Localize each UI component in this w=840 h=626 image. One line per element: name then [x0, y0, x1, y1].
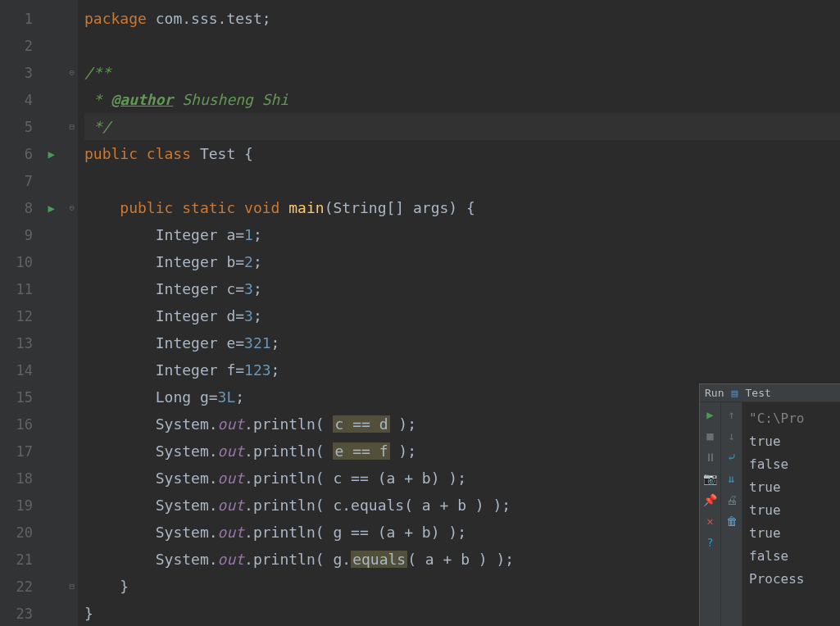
rerun-icon[interactable]: ▶ — [703, 407, 718, 422]
scroll-icon[interactable]: ⇊ — [724, 471, 739, 486]
line-number: 8▶⊖ — [0, 194, 78, 221]
line-number: 6▶ — [0, 140, 78, 167]
output-line: false — [749, 545, 833, 568]
code-line[interactable]: Integer e=321; — [84, 329, 840, 356]
code-line[interactable]: Integer c=3; — [84, 275, 840, 302]
line-number: 17 — [0, 438, 78, 465]
line-number: 14 — [0, 356, 78, 383]
line-number: 7 — [0, 167, 78, 194]
code-line[interactable]: public class Test { — [84, 140, 840, 167]
line-number: 23 — [0, 600, 78, 626]
run-icon[interactable]: ▶ — [48, 147, 55, 161]
console-output[interactable]: "C:\Pro true false true true true false … — [742, 402, 840, 626]
code-line[interactable]: Integer f=123; — [84, 356, 840, 383]
run-header: Run ▤ Test — [700, 384, 840, 402]
line-number: 13 — [0, 329, 78, 356]
line-gutter: 1 2 3⊖ 4 5⊟ 6▶ 7 8▶⊖ 9 10 11 12 13 14 15… — [0, 0, 78, 626]
run-icon[interactable]: ▶ — [48, 202, 55, 215]
line-number: 3⊖ — [0, 59, 78, 86]
stop-icon[interactable]: ■ — [703, 429, 718, 443]
line-number: 20 — [0, 519, 78, 546]
dump-icon[interactable]: 📷 — [703, 471, 718, 486]
line-number: 2 — [0, 32, 78, 59]
run-config-name: Test — [745, 387, 770, 399]
line-number: 4 — [0, 86, 78, 113]
output-line: true — [749, 499, 833, 522]
code-line[interactable]: /** — [84, 59, 840, 86]
wrap-icon[interactable]: ⤶ — [724, 450, 739, 465]
run-toolbar-left: ▶ ■ ⏸ 📷 📌 ✕ ? — [700, 402, 721, 626]
output-line: "C:\Pro — [749, 407, 833, 430]
fold-icon[interactable]: ⊟ — [69, 121, 75, 132]
line-number: 5⊟ — [0, 113, 78, 140]
run-label: Run — [705, 387, 724, 399]
line-number: 15 — [0, 383, 78, 411]
pause-icon[interactable]: ⏸ — [703, 450, 718, 465]
output-line: true — [749, 430, 833, 453]
down-icon[interactable]: ↓ — [724, 429, 739, 443]
pin-icon[interactable]: 📌 — [703, 492, 718, 507]
code-line[interactable]: package com.sss.test; — [84, 5, 840, 32]
run-body: ▶ ■ ⏸ 📷 📌 ✕ ? ↑ ↓ ⤶ ⇊ 🖨 🗑 "C:\Pro true f… — [700, 402, 840, 626]
line-number: 1 — [0, 5, 78, 32]
app-icon: ▤ — [729, 388, 740, 398]
code-line[interactable]: */ — [84, 113, 840, 140]
output-line: Process — [749, 568, 833, 591]
output-line: false — [749, 453, 833, 476]
print-icon[interactable]: 🖨 — [724, 492, 739, 507]
run-tool-window: Run ▤ Test ▶ ■ ⏸ 📷 📌 ✕ ? ↑ ↓ ⤶ ⇊ 🖨 🗑 "C:… — [699, 383, 840, 626]
up-icon[interactable]: ↑ — [724, 407, 739, 422]
line-number: 18 — [0, 465, 78, 492]
code-line[interactable]: Integer d=3; — [84, 302, 840, 329]
line-number: 21 — [0, 546, 78, 573]
code-line[interactable]: Integer b=2; — [84, 248, 840, 275]
code-line[interactable]: public static void main(String[] args) { — [84, 194, 840, 221]
line-number: 22⊟ — [0, 573, 78, 600]
code-line[interactable]: * @author Shusheng Shi — [84, 86, 840, 113]
code-line[interactable] — [84, 32, 840, 59]
output-line: true — [749, 522, 833, 545]
line-number: 11 — [0, 275, 78, 302]
line-number: 12 — [0, 302, 78, 329]
fold-icon[interactable]: ⊖ — [69, 67, 75, 78]
line-number: 10 — [0, 248, 78, 275]
clear-icon[interactable]: 🗑 — [724, 514, 739, 528]
code-line[interactable]: Integer a=1; — [84, 221, 840, 248]
line-number: 9 — [0, 221, 78, 248]
close-icon[interactable]: ✕ — [703, 514, 718, 528]
fold-icon[interactable]: ⊟ — [69, 581, 75, 592]
help-icon[interactable]: ? — [703, 535, 718, 550]
fold-icon[interactable]: ⊖ — [69, 202, 75, 213]
line-number: 19 — [0, 492, 78, 519]
output-line: true — [749, 476, 833, 499]
code-line[interactable] — [84, 167, 840, 194]
run-toolbar-right: ↑ ↓ ⤶ ⇊ 🖨 🗑 — [721, 402, 742, 626]
line-number: 16 — [0, 411, 78, 438]
